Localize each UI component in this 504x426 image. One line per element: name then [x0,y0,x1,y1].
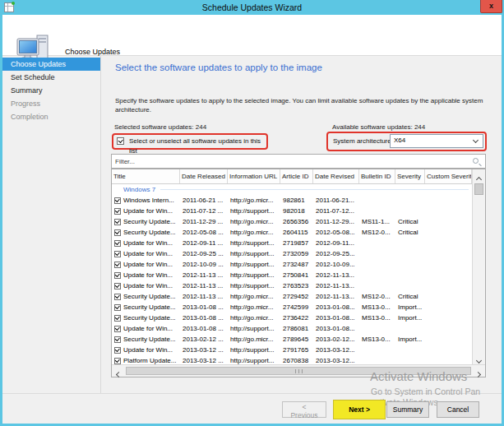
chevron-left-icon [116,372,122,377]
window-title: Schedule Updates Wizard [0,0,504,15]
filter-input[interactable] [113,155,459,167]
column-header-date-released[interactable]: Date Released [180,169,228,183]
schedule-updates-wizard-window: Schedule Updates Wizard x Choose Updates… [0,0,504,426]
column-header-title[interactable]: Title [112,169,180,183]
row-title-text: Update for Win... [123,282,173,289]
page-description: Specify the software updates to apply to… [115,96,485,114]
row-checkbox[interactable] [114,304,121,311]
cell-date-released: 2012-11-13 ... [180,282,228,289]
cancel-button[interactable]: Cancel [437,401,479,418]
cell-information-url: http://support... [228,239,280,247]
cell-information-url: http://support... [228,357,280,364]
table-row[interactable]: Security Update... 2011-12-29 ... http:/… [112,216,472,227]
table-row[interactable]: Update for Win... 2012-11-13 ... http://… [112,270,472,280]
row-checkbox[interactable] [114,262,121,268]
cell-information-url: http://go.micr... [228,293,280,300]
table-row[interactable]: Security Update... 2013-01-08 ... http:/… [112,302,472,313]
row-checkbox[interactable] [114,336,121,343]
row-checkbox[interactable] [114,358,121,364]
cell-article-id: 2750841 [280,271,313,279]
group-row-windows7[interactable]: Windows 7 [112,184,472,195]
row-checkbox[interactable] [114,208,121,215]
cell-date-revised: 2013-01-08... [313,303,359,311]
architecture-select[interactable]: X64 [390,134,483,148]
cell-date-released: 2012-09-11 ... [180,239,228,247]
table-row[interactable]: Security Update... 2013-01-08 ... http:/… [112,313,472,323]
row-title-text: Update for Win... [123,239,173,247]
table-row[interactable]: Update for Win... 2012-10-09 ... http://… [112,259,472,270]
row-checkbox[interactable] [114,347,121,354]
cell-title: Security Update... [112,293,180,300]
titlebar[interactable]: Schedule Updates Wizard x [0,0,504,15]
column-header-article-id[interactable]: Article ID [280,169,313,183]
row-title-text: Security Update... [123,293,176,300]
column-header-custom-severity[interactable]: Custom Severity [425,169,472,183]
cell-information-url: http://support... [228,250,280,257]
cell-date-revised: 2013-01-08... [313,314,359,322]
sidebar-item-set-schedule[interactable]: Set Schedule [2,71,100,84]
table-row[interactable]: Update for Win... 2013-03-12 ... http://… [112,345,472,355]
row-title-text: Update for Win... [123,271,173,279]
row-checkbox[interactable] [114,219,121,225]
cell-date-released: 2011-12-29 ... [180,218,228,225]
table-row[interactable]: Windows Intern... 2011-06-21 ... http://… [112,195,472,206]
row-checkbox[interactable] [114,283,121,289]
table-row[interactable]: Security Update... 2012-05-08 ... http:/… [112,227,472,238]
cell-date-released: 2012-11-13 ... [180,293,228,300]
table-row[interactable]: Update for Win... 2012-11-13 ... http://… [112,280,472,291]
table-row[interactable]: Security Update... 2013-02-12 ... http:/… [112,334,472,345]
column-header-severity[interactable]: Severity [395,169,425,183]
summary-button[interactable]: Summary [386,401,429,418]
cell-article-id: 2604115 [280,229,313,236]
scroll-up-button[interactable] [473,170,485,183]
available-updates-count: Available software updates: 244 [332,123,425,131]
cell-date-released: 2012-10-09 ... [180,261,228,268]
cell-date-revised: 2011-12-29... [313,218,359,225]
column-header-information-url[interactable]: Information URL [228,169,280,183]
row-checkbox[interactable] [114,315,121,322]
table-row[interactable]: Update for Win... 2011-07-12 ... http://… [112,206,472,216]
column-header-bulletin-id[interactable]: Bulletin ID [359,169,395,183]
cell-title: Platform Update... [112,357,180,364]
cell-date-revised: 2012-05-08... [313,229,359,236]
row-checkbox[interactable] [114,251,121,257]
cell-information-url: http://go.micr... [228,229,280,236]
cell-title: Security Update... [112,303,180,311]
column-header-date-revised[interactable]: Date Revised [313,169,359,183]
table-row[interactable]: Update for Win... 2012-09-25 ... http://… [112,248,472,259]
chevron-down-icon [476,358,482,363]
table-row[interactable]: Update for Win... 2013-01-08 ... http://… [112,323,472,334]
select-all-annotation: Select or unselect all software updates … [112,133,268,150]
select-all-checkbox[interactable] [117,137,124,145]
row-checkbox[interactable] [114,197,121,204]
table-row[interactable]: Update for Win... 2012-09-11 ... http://… [112,238,472,248]
row-title-text: Update for Win... [123,325,173,332]
scroll-left-button[interactable] [113,365,125,377]
sidebar-item-progress: Progress [2,97,100,110]
vertical-scrollbar[interactable] [472,169,485,364]
row-checkbox[interactable] [114,326,121,332]
cell-information-url: http://go.micr... [228,314,280,322]
row-checkbox[interactable] [114,272,121,279]
vertical-scroll-thumb[interactable] [474,183,483,195]
close-button[interactable]: x [480,0,502,13]
table-header: Title Date Released Information URL Arti… [112,169,472,184]
cell-article-id: 982018 [280,207,313,215]
table-row[interactable]: Security Update... 2012-11-13 ... http:/… [112,291,472,302]
sidebar-item-completion: Completion [2,110,100,123]
row-title-text: Security Update... [123,314,176,322]
cell-bulletin-id: MS12-0... [359,229,395,236]
row-checkbox[interactable] [114,229,121,236]
row-title-text: Security Update... [123,336,176,343]
sidebar-item-choose-updates[interactable]: Choose Updates [2,58,100,71]
filter-field [111,154,486,169]
row-checkbox[interactable] [114,294,121,300]
table-row[interactable]: Platform Update... 2013-03-12 ... http:/… [112,355,472,364]
next-button[interactable]: Next > [333,400,386,419]
row-checkbox[interactable] [114,240,121,247]
scroll-down-button[interactable] [473,351,485,363]
sidebar-item-summary[interactable]: Summary [2,84,100,97]
row-title-text: Platform Update... [123,357,176,364]
cell-information-url: http://go.micr... [228,303,280,311]
scroll-right-button[interactable] [472,365,484,377]
